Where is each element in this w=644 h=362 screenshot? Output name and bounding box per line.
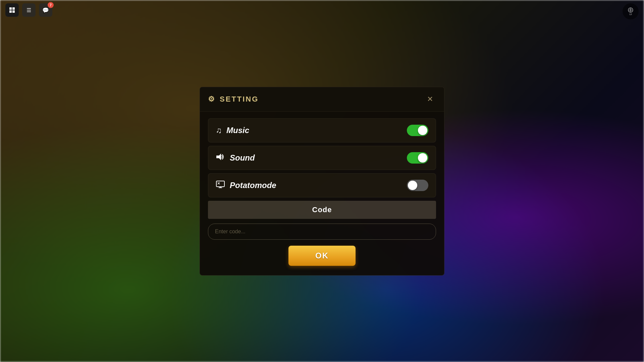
sound-toggle[interactable] — [407, 152, 428, 164]
code-input[interactable] — [208, 224, 436, 240]
potatomode-toggle-thumb — [408, 181, 417, 190]
music-icon: ♫ — [216, 126, 222, 135]
dialog-body: ♫ Music Sound — [200, 112, 444, 275]
svg-marker-7 — [216, 154, 221, 160]
code-label: Code — [208, 201, 436, 219]
dialog-title: ⚙ SETTING — [208, 95, 259, 104]
modal-overlay: ⚙ SETTING ✕ ♫ Music — [0, 0, 644, 362]
sound-label-text: Sound — [230, 153, 255, 163]
ok-button[interactable]: OK — [288, 246, 356, 266]
potatomode-label-text: Potatomode — [230, 181, 276, 190]
sound-toggle-thumb — [418, 153, 427, 163]
music-toggle-thumb — [418, 126, 427, 135]
music-label-text: Music — [226, 126, 249, 135]
potatomode-label: Potatomode — [216, 180, 276, 190]
sound-label: Sound — [216, 153, 255, 163]
sound-icon — [216, 153, 225, 163]
code-section: Code OK — [208, 201, 436, 266]
music-toggle[interactable] — [407, 125, 428, 136]
potatomode-toggle[interactable] — [407, 180, 428, 191]
music-setting-row: ♫ Music — [208, 118, 436, 142]
svg-rect-8 — [216, 181, 224, 187]
screen-icon — [216, 180, 225, 190]
setting-dialog: ⚙ SETTING ✕ ♫ Music — [200, 87, 444, 276]
music-label: ♫ Music — [216, 126, 249, 135]
dialog-header: ⚙ SETTING ✕ — [200, 87, 444, 112]
potatomode-setting-row: Potatomode — [208, 173, 436, 197]
dialog-title-text: SETTING — [220, 95, 259, 104]
gear-icon: ⚙ — [208, 95, 216, 104]
close-button[interactable]: ✕ — [424, 93, 436, 105]
sound-setting-row: Sound — [208, 146, 436, 170]
